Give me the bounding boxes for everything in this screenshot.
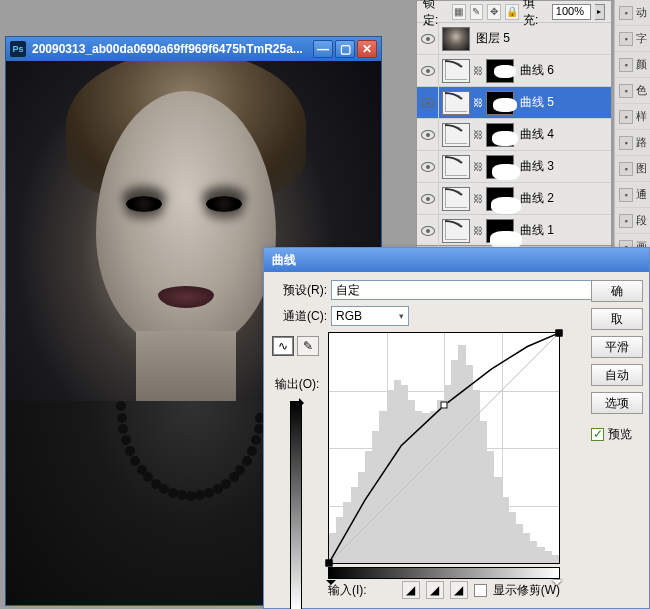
channel-label: 通道(C): bbox=[272, 308, 327, 325]
svg-line-0 bbox=[329, 333, 559, 563]
panel-tab[interactable]: ▪段 bbox=[615, 208, 650, 234]
lock-all-icon[interactable]: 🔒 bbox=[505, 4, 519, 20]
layer-list: 图层 5⛓曲线 6⛓曲线 5⛓曲线 4⛓曲线 3⛓曲线 2⛓曲线 1 bbox=[417, 23, 611, 247]
input-gradient[interactable] bbox=[328, 567, 560, 579]
white-dropper-icon[interactable]: ◢ bbox=[450, 581, 468, 599]
panel-icon: ▪ bbox=[619, 162, 633, 176]
layer-row[interactable]: ⛓曲线 6 bbox=[417, 55, 611, 87]
panel-tab[interactable]: ▪通 bbox=[615, 182, 650, 208]
panel-label: 图 bbox=[636, 161, 647, 176]
curves-dialog-title[interactable]: 曲线 bbox=[264, 248, 649, 272]
link-icon: ⛓ bbox=[473, 225, 483, 236]
gray-dropper-icon[interactable]: ◢ bbox=[426, 581, 444, 599]
eye-icon bbox=[421, 226, 435, 236]
layer-row[interactable]: ⛓曲线 2 bbox=[417, 183, 611, 215]
channel-value: RGB bbox=[336, 309, 362, 323]
panel-label: 通 bbox=[636, 187, 647, 202]
panel-icon: ▪ bbox=[619, 32, 633, 46]
fill-dropdown-icon[interactable]: ▸ bbox=[595, 4, 605, 20]
ok-button[interactable]: 确 bbox=[591, 280, 643, 302]
layer-thumb[interactable] bbox=[442, 27, 470, 51]
adjustment-thumb[interactable] bbox=[442, 59, 470, 83]
curve-control-point[interactable] bbox=[441, 402, 448, 409]
adjustment-thumb[interactable] bbox=[442, 123, 470, 147]
layer-mask-thumb[interactable] bbox=[486, 155, 514, 179]
layer-row[interactable]: ⛓曲线 1 bbox=[417, 215, 611, 247]
adjustment-thumb[interactable] bbox=[442, 187, 470, 211]
eye-icon bbox=[421, 66, 435, 76]
layer-mask-thumb[interactable] bbox=[486, 187, 514, 211]
output-gradient[interactable] bbox=[290, 401, 302, 609]
layer-mask-thumb[interactable] bbox=[486, 59, 514, 83]
show-clipping-checkbox[interactable] bbox=[474, 584, 487, 597]
preview-checkbox[interactable] bbox=[591, 428, 604, 441]
panel-tab[interactable]: ▪色 bbox=[615, 78, 650, 104]
layer-name: 图层 5 bbox=[476, 30, 510, 47]
fill-input[interactable]: 100% bbox=[552, 4, 591, 20]
panel-icon: ▪ bbox=[619, 6, 633, 20]
link-icon: ⛓ bbox=[473, 161, 483, 172]
layer-name: 曲线 5 bbox=[520, 94, 554, 111]
visibility-toggle[interactable] bbox=[417, 183, 439, 214]
curve-pencil-tool[interactable]: ✎ bbox=[297, 336, 319, 356]
layer-row[interactable]: ⛓曲线 3 bbox=[417, 151, 611, 183]
layer-row[interactable]: ⛓曲线 4 bbox=[417, 119, 611, 151]
layer-mask-thumb[interactable] bbox=[486, 219, 514, 243]
visibility-toggle[interactable] bbox=[417, 23, 439, 54]
close-button[interactable]: ✕ bbox=[357, 40, 377, 58]
preset-select[interactable]: 自定 ▾ bbox=[331, 280, 617, 300]
auto-button[interactable]: 自动 bbox=[591, 364, 643, 386]
lock-transparent-icon[interactable]: ▦ bbox=[452, 4, 466, 20]
layer-mask-thumb[interactable] bbox=[486, 123, 514, 147]
layer-mask-thumb[interactable] bbox=[486, 91, 514, 115]
layer-name: 曲线 2 bbox=[520, 190, 554, 207]
layers-lock-row: 锁定: ▦ ✎ ✥ 🔒 填充: 100% ▸ bbox=[417, 1, 611, 23]
panel-tab[interactable]: ▪字 bbox=[615, 26, 650, 52]
white-point-handle[interactable] bbox=[552, 580, 562, 590]
eye-icon bbox=[421, 194, 435, 204]
panel-tab[interactable]: ▪样 bbox=[615, 104, 650, 130]
visibility-toggle[interactable] bbox=[417, 55, 439, 86]
layer-row[interactable]: ⛓曲线 5 bbox=[417, 87, 611, 119]
layer-name: 曲线 4 bbox=[520, 126, 554, 143]
right-panel-strip: ▪动▪字▪颜▪色▪样▪路▪图▪通▪段▪画 bbox=[614, 0, 650, 260]
maximize-button[interactable]: ▢ bbox=[335, 40, 355, 58]
adjustment-thumb[interactable] bbox=[442, 155, 470, 179]
options-button[interactable]: 选项 bbox=[591, 392, 643, 414]
panel-tab[interactable]: ▪颜 bbox=[615, 52, 650, 78]
adjustment-thumb[interactable] bbox=[442, 91, 470, 115]
visibility-toggle[interactable] bbox=[417, 87, 439, 118]
layers-panel: 锁定: ▦ ✎ ✥ 🔒 填充: 100% ▸ 图层 5⛓曲线 6⛓曲线 5⛓曲线… bbox=[416, 0, 612, 246]
panel-tab[interactable]: ▪动 bbox=[615, 0, 650, 26]
show-clipping-label: 显示修剪(W) bbox=[493, 582, 560, 599]
smooth-button[interactable]: 平滑 bbox=[591, 336, 643, 358]
channel-row: 通道(C): RGB ▾ bbox=[272, 306, 641, 326]
panel-label: 样 bbox=[636, 109, 647, 124]
link-icon: ⛓ bbox=[473, 97, 483, 108]
panel-icon: ▪ bbox=[619, 136, 633, 150]
curves-graph[interactable] bbox=[328, 332, 560, 564]
panel-icon: ▪ bbox=[619, 58, 633, 72]
layer-row[interactable]: 图层 5 bbox=[417, 23, 611, 55]
visibility-toggle[interactable] bbox=[417, 215, 439, 246]
panel-tab[interactable]: ▪路 bbox=[615, 130, 650, 156]
minimize-button[interactable]: — bbox=[313, 40, 333, 58]
black-dropper-icon[interactable]: ◢ bbox=[402, 581, 420, 599]
channel-select[interactable]: RGB ▾ bbox=[331, 306, 409, 326]
eye-icon bbox=[421, 130, 435, 140]
panel-label: 段 bbox=[636, 213, 647, 228]
curves-right-buttons: 确 取 平滑 自动 选项 预览 bbox=[591, 280, 643, 443]
lock-move-icon[interactable]: ✥ bbox=[487, 4, 501, 20]
document-titlebar[interactable]: Ps 20090313_ab00da0690a69ff969f6475hTmR2… bbox=[6, 37, 381, 61]
curves-left-tools: ∿ ✎ 输出(O): bbox=[272, 332, 322, 609]
curve-point-tool[interactable]: ∿ bbox=[272, 336, 294, 356]
visibility-toggle[interactable] bbox=[417, 151, 439, 182]
lock-brush-icon[interactable]: ✎ bbox=[470, 4, 484, 20]
panel-tab[interactable]: ▪图 bbox=[615, 156, 650, 182]
panel-icon: ▪ bbox=[619, 110, 633, 124]
visibility-toggle[interactable] bbox=[417, 119, 439, 150]
adjustment-thumb[interactable] bbox=[442, 219, 470, 243]
black-point-handle[interactable] bbox=[326, 580, 336, 590]
photoshop-badge-icon: Ps bbox=[10, 41, 26, 57]
cancel-button[interactable]: 取 bbox=[591, 308, 643, 330]
